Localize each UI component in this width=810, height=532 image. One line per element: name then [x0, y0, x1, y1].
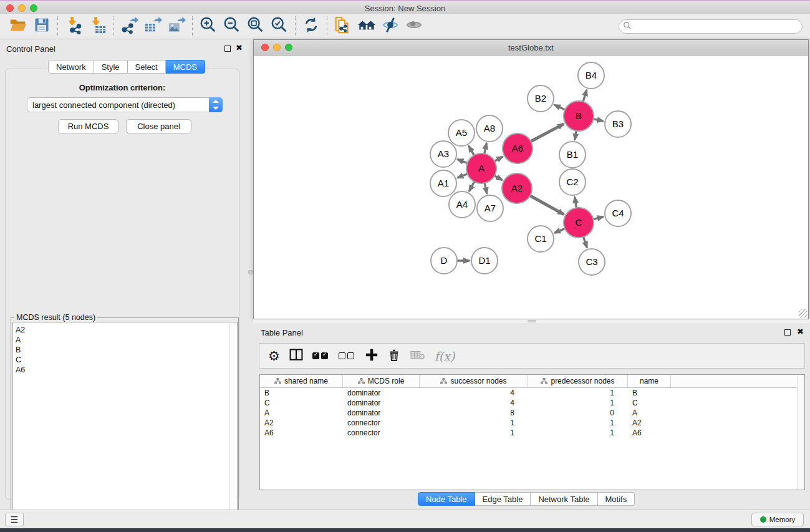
tab-network[interactable]: Network: [48, 60, 94, 74]
tab-motifs[interactable]: Motifs: [598, 492, 635, 506]
node-A6[interactable]: A6: [503, 133, 533, 163]
node-C1[interactable]: C1: [528, 226, 554, 252]
node-B1[interactable]: B1: [559, 142, 586, 168]
node-B3[interactable]: B3: [605, 111, 631, 137]
task-history-button[interactable]: ☰: [5, 513, 24, 526]
network-view-window: testGlobe.txt B4B2BB3A8A5A6A3B1AC2A1A2A4…: [253, 39, 809, 319]
export-network-icon: [120, 16, 138, 37]
cell-successor-nodes: 8: [420, 409, 528, 417]
result-item[interactable]: C: [16, 355, 237, 365]
zoom-selected-button[interactable]: [268, 16, 291, 37]
cell-name: A: [628, 409, 671, 417]
float-panel-icon[interactable]: [224, 46, 231, 52]
panel-divider-grip[interactable]: [248, 270, 253, 274]
zoom-in-button[interactable]: [196, 16, 220, 37]
export-image-button[interactable]: [165, 16, 188, 37]
node-A[interactable]: A: [466, 153, 496, 183]
node-C[interactable]: C: [564, 208, 594, 238]
node-D1[interactable]: D1: [471, 248, 498, 274]
result-item[interactable]: A2: [16, 325, 237, 335]
node-A5[interactable]: A5: [448, 120, 475, 146]
node-A2[interactable]: A2: [502, 173, 532, 203]
node-C3[interactable]: C3: [579, 249, 605, 275]
node-C4[interactable]: C4: [605, 200, 631, 226]
show-graphics-details-button[interactable]: [402, 16, 426, 37]
export-network-button[interactable]: [117, 16, 141, 37]
window-resize-grip[interactable]: [799, 309, 808, 318]
show-column-panel-button[interactable]: [289, 347, 304, 365]
tab-network-table[interactable]: Network Table: [531, 492, 597, 506]
save-session-button[interactable]: [30, 16, 54, 37]
import-network-icon: [64, 16, 83, 37]
delete-column-button[interactable]: [387, 347, 401, 365]
node-A3[interactable]: A3: [430, 141, 456, 167]
table-row[interactable]: Cdominator41C: [260, 398, 804, 408]
add-column-button[interactable]: [365, 347, 378, 365]
apply-layout-button[interactable]: [299, 16, 323, 37]
splitter-grip[interactable]: [528, 320, 536, 322]
column-header-predecessor-nodes[interactable]: predecessor nodes: [528, 375, 628, 387]
result-list-scrollbar[interactable]: [229, 323, 236, 527]
tab-edge-table[interactable]: Edge Table: [475, 492, 531, 506]
cell-predecessor-nodes: 1: [528, 418, 628, 427]
node-A7[interactable]: A7: [477, 195, 503, 221]
network-canvas[interactable]: B4B2BB3A8A5A6A3B1AC2A1A2A4A7C4CC1DD1C3: [254, 56, 808, 319]
node-B[interactable]: B: [564, 101, 594, 131]
tab-node-table[interactable]: Node Table: [418, 492, 475, 506]
optimization-criterion-dropdown[interactable]: largest connected component (directed): [27, 97, 223, 112]
node-A1[interactable]: A1: [430, 170, 456, 196]
zoom-fit-button[interactable]: [244, 16, 268, 37]
network-window-titlebar[interactable]: testGlobe.txt: [254, 40, 808, 56]
memory-status-icon: [760, 516, 766, 523]
import-table-button[interactable]: [85, 16, 109, 37]
close-panel-icon[interactable]: ✖: [236, 43, 243, 52]
column-header-name[interactable]: name: [628, 375, 671, 387]
deselect-all-columns-button[interactable]: [339, 347, 356, 365]
table-scrollbar[interactable]: [797, 375, 804, 490]
select-all-columns-button[interactable]: [312, 347, 330, 365]
node-A8[interactable]: A8: [476, 115, 503, 142]
desktop-background: [0, 528, 810, 532]
home-button[interactable]: [355, 16, 378, 37]
function-builder-button[interactable]: f(x): [435, 347, 455, 365]
run-mcds-button[interactable]: Run MCDS: [58, 119, 118, 133]
memory-button[interactable]: Memory: [751, 513, 804, 526]
eye-slash-icon: [381, 16, 400, 37]
open-session-button[interactable]: [6, 16, 30, 37]
column-header-shared-name[interactable]: shared name: [260, 375, 343, 387]
column-header-MCDS-role[interactable]: MCDS role: [343, 375, 420, 387]
result-item[interactable]: A6: [16, 365, 237, 375]
delete-table-button[interactable]: [410, 347, 426, 365]
table-settings-button[interactable]: ⚙: [268, 347, 280, 365]
result-item[interactable]: B: [16, 345, 237, 355]
column-label: name: [640, 377, 658, 385]
tab-mcds[interactable]: MCDS: [166, 60, 205, 74]
close-panel-button[interactable]: Close panel: [126, 119, 191, 133]
hide-graphics-details-button[interactable]: [378, 16, 402, 37]
node-C2[interactable]: C2: [559, 169, 586, 195]
svg-text:A6: A6: [512, 143, 523, 153]
column-header-successor-nodes[interactable]: successor nodes: [420, 375, 528, 387]
node-A4[interactable]: A4: [449, 191, 475, 218]
mcds-result-list[interactable]: A2ABCA6: [12, 322, 238, 527]
toolbar-separator: [327, 16, 327, 36]
node-B2[interactable]: B2: [528, 85, 554, 112]
tab-select[interactable]: Select: [128, 60, 166, 74]
close-table-panel-icon[interactable]: ✖: [797, 327, 804, 336]
trash-icon: [387, 348, 401, 364]
result-item[interactable]: A: [16, 335, 237, 345]
float-table-panel-icon[interactable]: [784, 329, 791, 336]
table-row[interactable]: Bdominator41B: [260, 388, 804, 398]
network-file-button[interactable]: [331, 16, 355, 37]
table-row[interactable]: A2connector11A2: [260, 418, 804, 428]
search-input[interactable]: [634, 22, 802, 31]
node-B4[interactable]: B4: [578, 62, 604, 89]
node-D[interactable]: D: [431, 248, 457, 274]
cell-shared-name: A6: [260, 428, 343, 437]
export-table-button[interactable]: [141, 16, 165, 37]
import-network-button[interactable]: [62, 16, 85, 37]
zoom-out-button[interactable]: [220, 16, 244, 37]
tab-style[interactable]: Style: [94, 60, 128, 74]
table-row[interactable]: Adominator80A: [260, 408, 804, 418]
table-row[interactable]: A6connector11A6: [260, 428, 804, 438]
